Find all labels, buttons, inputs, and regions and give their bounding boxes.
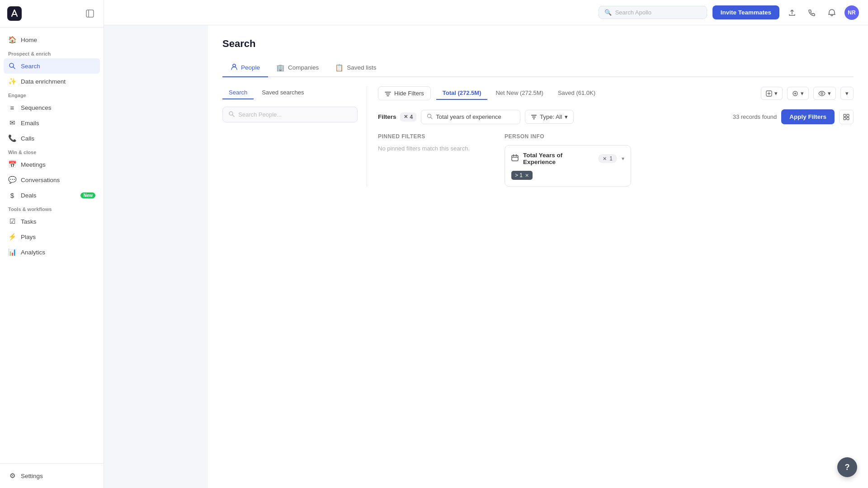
tools-section-label: Tools & workflows	[4, 203, 100, 214]
calls-icon: 📞	[8, 134, 16, 142]
chevron-down-icon: ▾	[774, 90, 778, 97]
win-close-section-label: Win & close	[4, 146, 100, 157]
sidebar-item-sequences[interactable]: ≡ Sequences	[4, 100, 100, 115]
export-button[interactable]: ▾	[761, 87, 783, 100]
enrichment-icon: ✨	[8, 77, 16, 85]
search-people-icon	[228, 111, 235, 118]
sidebar-item-tasks[interactable]: ☑ Tasks	[4, 214, 100, 229]
invite-teammates-button[interactable]: Invite Teammates	[712, 5, 779, 19]
sub-tab-saved-searches[interactable]: Saved searches	[255, 86, 310, 99]
eye-button[interactable]: ▾	[813, 87, 836, 100]
sidebar-toggle-button[interactable]	[84, 7, 96, 20]
sidebar-bottom: ⚙ Settings	[0, 463, 104, 488]
sidebar-item-label: Calls	[21, 135, 34, 142]
conversations-icon: 💬	[8, 176, 16, 184]
search-nav-icon	[8, 62, 16, 70]
view-tab-net-new[interactable]: Net New (272.5M)	[489, 87, 549, 100]
type-filter-label: Type: All	[540, 113, 562, 120]
svg-point-17	[821, 93, 823, 94]
user-avatar[interactable]: NR	[844, 5, 859, 20]
sidebar-item-label: Emails	[21, 120, 39, 127]
close-x-icon: ✕	[404, 114, 408, 120]
sidebar-nav: 🏠 Home Prospect & enrich Search ✨ Data e…	[0, 28, 104, 463]
sidebar-item-label: Conversations	[21, 177, 60, 183]
main-content: Search People 🏢 Companies 📋 Saved lists …	[208, 25, 868, 488]
people-tab-icon	[231, 63, 238, 72]
sidebar: 🏠 Home Prospect & enrich Search ✨ Data e…	[0, 0, 104, 488]
pinned-filters-title: Pinned Filters	[378, 133, 495, 140]
search-people-input[interactable]: Search People...	[222, 107, 358, 122]
sidebar-item-data-enrichment[interactable]: ✨ Data enrichment	[4, 74, 100, 89]
global-search[interactable]: 🔍 Search Apollo	[599, 6, 707, 19]
sidebar-header	[0, 0, 104, 28]
view-tab-saved[interactable]: Saved (61.0K)	[552, 87, 602, 100]
tab-saved-lists[interactable]: 📋 Saved lists	[327, 59, 384, 77]
tab-people-label: People	[241, 64, 260, 71]
deals-icon: $	[8, 191, 16, 199]
plays-icon: ⚡	[8, 233, 16, 241]
tab-people[interactable]: People	[222, 59, 268, 77]
sidebar-item-search[interactable]: Search	[4, 58, 100, 74]
sidebar-item-label: Search	[21, 63, 40, 70]
filter-panels: Pinned Filters No pinned filters match t…	[378, 133, 854, 187]
sub-tab-search[interactable]: Search	[222, 86, 254, 99]
calendar-icon	[511, 154, 519, 163]
tab-saved-lists-label: Saved lists	[347, 64, 376, 71]
more-options-button[interactable]: ▾	[840, 87, 854, 100]
no-pinned-text: No pinned filters match this search.	[378, 145, 495, 152]
hide-filters-button[interactable]: Hide Filters	[378, 86, 431, 100]
sidebar-item-analytics[interactable]: 📊 Analytics	[4, 244, 100, 260]
sidebar-item-calls[interactable]: 📞 Calls	[4, 131, 100, 146]
search-icon: 🔍	[604, 9, 612, 16]
card-count-pill: ✕ 1	[598, 154, 617, 163]
sidebar-item-meetings[interactable]: 📅 Meetings	[4, 157, 100, 172]
companies-tab-icon: 🏢	[276, 64, 285, 72]
meetings-icon: 📅	[8, 160, 16, 169]
view-tab-total[interactable]: Total (272.5M)	[436, 87, 488, 100]
content-area: Search Saved searches Search People...	[222, 86, 854, 187]
hide-filters-label: Hide Filters	[394, 90, 424, 97]
upload-icon[interactable]	[785, 5, 799, 20]
tab-companies[interactable]: 🏢 Companies	[268, 59, 327, 77]
pill-count: 1	[609, 155, 613, 162]
deals-badge: New	[80, 192, 95, 198]
sidebar-item-plays[interactable]: ⚡ Plays	[4, 229, 100, 244]
sidebar-item-label: Deals	[21, 192, 37, 199]
type-chevron-icon: ▾	[565, 113, 568, 120]
svg-rect-24	[847, 114, 849, 117]
sidebar-item-emails[interactable]: ✉ Emails	[4, 115, 100, 131]
main-tabs: People 🏢 Companies 📋 Saved lists	[222, 59, 854, 77]
bell-icon[interactable]	[825, 5, 839, 20]
filter-search-value: Total years of experience	[436, 113, 501, 120]
sidebar-item-label: Meetings	[21, 161, 46, 168]
emails-icon: ✉	[8, 119, 16, 127]
grid-view-button[interactable]	[839, 110, 854, 124]
sidebar-item-label: Tasks	[21, 218, 37, 225]
svg-rect-1	[86, 10, 94, 17]
right-panel-actions: ▾ ▾ ▾	[761, 87, 854, 100]
tag-remove-icon[interactable]: ✕	[525, 173, 529, 178]
years-of-experience-card: Total Years of Experience ✕ 1 ▾ > 1 ✕	[505, 145, 631, 187]
app-logo[interactable]	[7, 6, 22, 21]
sidebar-item-home[interactable]: 🏠 Home	[4, 32, 100, 47]
add-to-sequence-button[interactable]: ▾	[787, 87, 809, 100]
phone-icon[interactable]	[805, 5, 819, 20]
apply-filters-button[interactable]: Apply Filters	[781, 109, 835, 124]
view-tabs: Total (272.5M) Net New (272.5M) Saved (6…	[436, 87, 602, 100]
svg-point-5	[233, 64, 236, 67]
filter-tags: > 1 ✕	[511, 171, 624, 180]
filters-label: Filters ✕ 4	[378, 113, 416, 122]
sidebar-item-deals[interactable]: $ Deals New	[4, 188, 100, 203]
type-filter-dropdown[interactable]: Type: All ▾	[525, 110, 574, 124]
sidebar-item-conversations[interactable]: 💬 Conversations	[4, 172, 100, 188]
filter-search-input[interactable]: Total years of experience	[421, 110, 520, 124]
svg-line-19	[431, 117, 433, 119]
engage-section-label: Engage	[4, 89, 100, 100]
topnav: 🔍 Search Apollo Invite Teammates NR	[104, 0, 868, 25]
svg-line-4	[13, 67, 15, 69]
help-button[interactable]: ?	[837, 457, 857, 477]
right-panel-header: Hide Filters Total (272.5M) Net New (272…	[378, 86, 854, 100]
pill-x-icon[interactable]: ✕	[603, 156, 607, 162]
sidebar-item-settings[interactable]: ⚙ Settings	[4, 468, 100, 483]
card-chevron-icon[interactable]: ▾	[622, 155, 624, 162]
